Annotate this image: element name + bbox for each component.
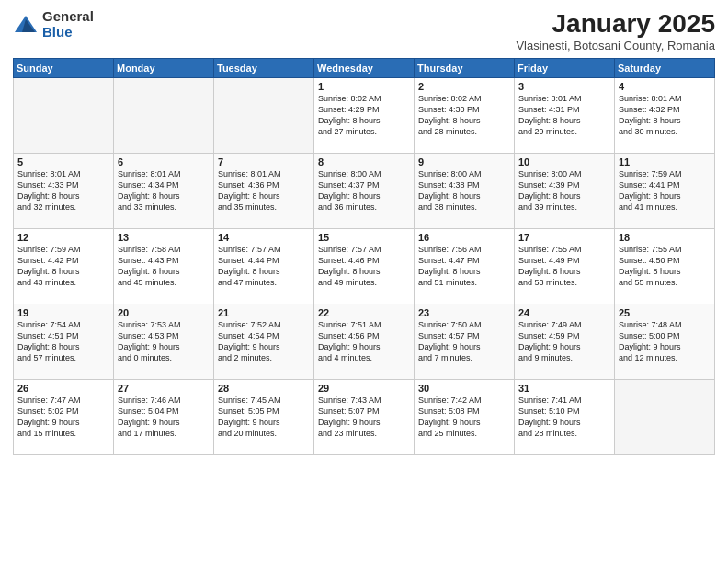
day-header-thursday: Thursday bbox=[415, 59, 515, 78]
day-number: 24 bbox=[518, 307, 610, 318]
day-number: 23 bbox=[418, 307, 510, 318]
calendar-cell: 19Sunrise: 7:54 AM Sunset: 4:51 PM Dayli… bbox=[14, 304, 114, 380]
day-number: 22 bbox=[318, 307, 410, 318]
day-info: Sunrise: 7:55 AM Sunset: 4:49 PM Dayligh… bbox=[518, 244, 610, 289]
calendar-cell: 5Sunrise: 8:01 AM Sunset: 4:33 PM Daylig… bbox=[14, 154, 114, 229]
calendar-cell: 18Sunrise: 7:55 AM Sunset: 4:50 PM Dayli… bbox=[615, 229, 715, 304]
day-number: 21 bbox=[218, 307, 310, 318]
header: General Blue January 2025 Vlasinesti, Bo… bbox=[13, 9, 715, 52]
logo-general: General bbox=[42, 9, 94, 25]
calendar-cell: 2Sunrise: 8:02 AM Sunset: 4:30 PM Daylig… bbox=[415, 78, 515, 154]
day-number: 3 bbox=[518, 81, 610, 92]
day-info: Sunrise: 7:53 AM Sunset: 4:53 PM Dayligh… bbox=[118, 319, 210, 364]
day-number: 2 bbox=[418, 81, 510, 92]
calendar-cell: 30Sunrise: 7:42 AM Sunset: 5:08 PM Dayli… bbox=[415, 380, 515, 455]
day-header-sunday: Sunday bbox=[14, 59, 114, 78]
day-number: 19 bbox=[17, 307, 109, 318]
calendar-cell: 3Sunrise: 8:01 AM Sunset: 4:31 PM Daylig… bbox=[515, 78, 615, 154]
calendar-cell: 22Sunrise: 7:51 AM Sunset: 4:56 PM Dayli… bbox=[314, 304, 415, 380]
day-header-saturday: Saturday bbox=[615, 59, 715, 78]
title-block: January 2025 Vlasinesti, Botosani County… bbox=[516, 9, 715, 52]
day-info: Sunrise: 7:59 AM Sunset: 4:42 PM Dayligh… bbox=[17, 244, 109, 289]
day-info: Sunrise: 7:50 AM Sunset: 4:57 PM Dayligh… bbox=[418, 319, 510, 364]
week-row-1: 1Sunrise: 8:02 AM Sunset: 4:29 PM Daylig… bbox=[14, 78, 715, 154]
week-row-3: 12Sunrise: 7:59 AM Sunset: 4:42 PM Dayli… bbox=[14, 229, 715, 304]
day-number: 9 bbox=[418, 156, 510, 167]
calendar-cell: 15Sunrise: 7:57 AM Sunset: 4:46 PM Dayli… bbox=[314, 229, 415, 304]
calendar-cell: 7Sunrise: 8:01 AM Sunset: 4:36 PM Daylig… bbox=[214, 154, 314, 229]
day-info: Sunrise: 8:01 AM Sunset: 4:31 PM Dayligh… bbox=[518, 93, 610, 138]
day-number: 31 bbox=[518, 383, 610, 394]
day-number: 17 bbox=[518, 232, 610, 243]
day-header-tuesday: Tuesday bbox=[214, 59, 314, 78]
calendar-cell: 10Sunrise: 8:00 AM Sunset: 4:39 PM Dayli… bbox=[515, 154, 615, 229]
day-number: 6 bbox=[118, 156, 210, 167]
day-info: Sunrise: 8:02 AM Sunset: 4:30 PM Dayligh… bbox=[418, 93, 510, 138]
day-number: 18 bbox=[619, 232, 711, 243]
logo: General Blue bbox=[13, 9, 94, 40]
calendar-cell: 16Sunrise: 7:56 AM Sunset: 4:47 PM Dayli… bbox=[415, 229, 515, 304]
day-info: Sunrise: 7:57 AM Sunset: 4:46 PM Dayligh… bbox=[318, 244, 410, 289]
calendar-cell: 8Sunrise: 8:00 AM Sunset: 4:37 PM Daylig… bbox=[314, 154, 415, 229]
day-info: Sunrise: 7:52 AM Sunset: 4:54 PM Dayligh… bbox=[218, 319, 310, 364]
day-number: 13 bbox=[118, 232, 210, 243]
calendar-subtitle: Vlasinesti, Botosani County, Romania bbox=[516, 39, 715, 52]
day-number: 25 bbox=[619, 307, 711, 318]
day-info: Sunrise: 7:49 AM Sunset: 4:59 PM Dayligh… bbox=[518, 319, 610, 364]
day-number: 29 bbox=[318, 383, 410, 394]
day-info: Sunrise: 7:54 AM Sunset: 4:51 PM Dayligh… bbox=[17, 319, 109, 364]
day-info: Sunrise: 7:48 AM Sunset: 5:00 PM Dayligh… bbox=[619, 319, 711, 364]
day-number: 15 bbox=[318, 232, 410, 243]
calendar-cell: 27Sunrise: 7:46 AM Sunset: 5:04 PM Dayli… bbox=[114, 380, 214, 455]
calendar-cell: 13Sunrise: 7:58 AM Sunset: 4:43 PM Dayli… bbox=[114, 229, 214, 304]
day-number: 26 bbox=[17, 383, 109, 394]
day-info: Sunrise: 7:45 AM Sunset: 5:05 PM Dayligh… bbox=[218, 395, 310, 440]
calendar-cell: 12Sunrise: 7:59 AM Sunset: 4:42 PM Dayli… bbox=[14, 229, 114, 304]
day-info: Sunrise: 8:01 AM Sunset: 4:32 PM Dayligh… bbox=[619, 93, 711, 138]
day-info: Sunrise: 7:55 AM Sunset: 4:50 PM Dayligh… bbox=[619, 244, 711, 289]
day-info: Sunrise: 7:59 AM Sunset: 4:41 PM Dayligh… bbox=[619, 168, 711, 213]
calendar-cell: 23Sunrise: 7:50 AM Sunset: 4:57 PM Dayli… bbox=[415, 304, 515, 380]
day-number: 12 bbox=[17, 232, 109, 243]
calendar-cell: 20Sunrise: 7:53 AM Sunset: 4:53 PM Dayli… bbox=[114, 304, 214, 380]
logo-text: General Blue bbox=[42, 9, 94, 40]
day-number: 14 bbox=[218, 232, 310, 243]
day-number: 20 bbox=[118, 307, 210, 318]
days-header-row: SundayMondayTuesdayWednesdayThursdayFrid… bbox=[14, 59, 715, 78]
calendar-cell bbox=[114, 78, 214, 154]
calendar-cell bbox=[615, 380, 715, 455]
day-number: 7 bbox=[218, 156, 310, 167]
logo-blue: Blue bbox=[42, 25, 94, 40]
day-number: 11 bbox=[619, 156, 711, 167]
day-number: 28 bbox=[218, 383, 310, 394]
calendar-cell: 11Sunrise: 7:59 AM Sunset: 4:41 PM Dayli… bbox=[615, 154, 715, 229]
week-row-4: 19Sunrise: 7:54 AM Sunset: 4:51 PM Dayli… bbox=[14, 304, 715, 380]
day-number: 27 bbox=[118, 383, 210, 394]
day-number: 16 bbox=[418, 232, 510, 243]
logo-icon bbox=[13, 12, 39, 38]
day-info: Sunrise: 7:41 AM Sunset: 5:10 PM Dayligh… bbox=[518, 395, 610, 440]
calendar-cell: 14Sunrise: 7:57 AM Sunset: 4:44 PM Dayli… bbox=[214, 229, 314, 304]
calendar-cell: 4Sunrise: 8:01 AM Sunset: 4:32 PM Daylig… bbox=[615, 78, 715, 154]
day-info: Sunrise: 7:58 AM Sunset: 4:43 PM Dayligh… bbox=[118, 244, 210, 289]
day-info: Sunrise: 7:43 AM Sunset: 5:07 PM Dayligh… bbox=[318, 395, 410, 440]
day-info: Sunrise: 7:51 AM Sunset: 4:56 PM Dayligh… bbox=[318, 319, 410, 364]
calendar-cell: 25Sunrise: 7:48 AM Sunset: 5:00 PM Dayli… bbox=[615, 304, 715, 380]
day-info: Sunrise: 8:00 AM Sunset: 4:39 PM Dayligh… bbox=[518, 168, 610, 213]
day-info: Sunrise: 7:57 AM Sunset: 4:44 PM Dayligh… bbox=[218, 244, 310, 289]
day-info: Sunrise: 7:56 AM Sunset: 4:47 PM Dayligh… bbox=[418, 244, 510, 289]
day-header-wednesday: Wednesday bbox=[314, 59, 415, 78]
calendar-cell: 28Sunrise: 7:45 AM Sunset: 5:05 PM Dayli… bbox=[214, 380, 314, 455]
calendar-table: SundayMondayTuesdayWednesdayThursdayFrid… bbox=[13, 58, 715, 455]
calendar-cell: 29Sunrise: 7:43 AM Sunset: 5:07 PM Dayli… bbox=[314, 380, 415, 455]
day-info: Sunrise: 8:01 AM Sunset: 4:33 PM Dayligh… bbox=[17, 168, 109, 213]
calendar-cell: 26Sunrise: 7:47 AM Sunset: 5:02 PM Dayli… bbox=[14, 380, 114, 455]
calendar-title: January 2025 bbox=[516, 9, 715, 39]
day-number: 30 bbox=[418, 383, 510, 394]
calendar-cell: 24Sunrise: 7:49 AM Sunset: 4:59 PM Dayli… bbox=[515, 304, 615, 380]
week-row-5: 26Sunrise: 7:47 AM Sunset: 5:02 PM Dayli… bbox=[14, 380, 715, 455]
day-number: 5 bbox=[17, 156, 109, 167]
day-info: Sunrise: 7:42 AM Sunset: 5:08 PM Dayligh… bbox=[418, 395, 510, 440]
calendar-cell: 9Sunrise: 8:00 AM Sunset: 4:38 PM Daylig… bbox=[415, 154, 515, 229]
calendar-cell bbox=[214, 78, 314, 154]
